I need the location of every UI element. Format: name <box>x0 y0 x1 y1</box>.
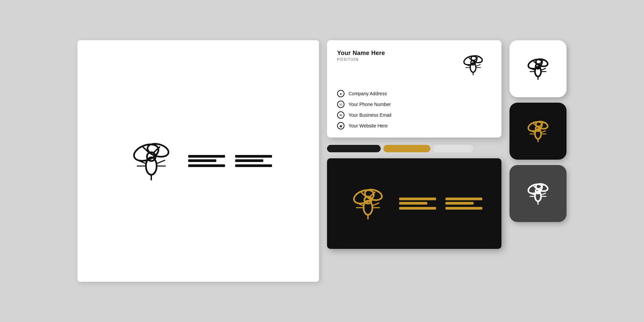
color-tab-black[interactable] <box>327 145 381 152</box>
letter-e-2-dark <box>445 198 482 210</box>
contact-item-phone: ☏ Your Phone Number <box>337 101 491 108</box>
card-bee-logo <box>454 50 491 80</box>
thumbnails-panel <box>509 40 567 222</box>
contact-item-email: ✉ Your Business Email <box>337 111 491 119</box>
contact-item-website: ◉ Your Website Here <box>337 122 491 129</box>
color-tab-gold[interactable] <box>383 145 430 152</box>
card-name: Your Name Here <box>337 50 385 57</box>
bee-icon-dark-gold <box>346 182 390 225</box>
card-position: POSITION <box>337 57 385 61</box>
bee-icon-thumb-black <box>523 54 553 84</box>
middle-section: Your Name Here POSITION <box>327 40 501 249</box>
svg-line-20 <box>476 64 480 66</box>
bee-icon-thumb-white <box>523 178 553 209</box>
svg-line-31 <box>372 203 379 206</box>
logo-preview-inner <box>124 134 272 188</box>
contact-item-address: ● Company Address <box>337 90 491 97</box>
thumbnail-black <box>509 103 567 160</box>
letter-e-1-dark <box>399 198 436 210</box>
phone-icon: ☏ <box>337 101 344 108</box>
svg-line-64 <box>541 193 545 195</box>
bee-icon-card-black <box>457 51 489 79</box>
email-text: Your Business Email <box>348 112 391 118</box>
main-container: Your Name Here POSITION <box>67 30 577 292</box>
phone-text: Your Phone Number <box>348 102 391 107</box>
svg-line-42 <box>541 68 545 70</box>
color-tab-white[interactable] <box>433 145 473 152</box>
business-card-white: Your Name Here POSITION <box>327 40 501 138</box>
letter-e-1-large <box>188 155 225 167</box>
thumbnail-white <box>509 40 567 97</box>
letter-e-2-large <box>235 155 272 167</box>
location-icon: ● <box>337 90 344 97</box>
svg-line-53 <box>541 131 545 133</box>
logo-preview-panel <box>77 40 319 282</box>
svg-line-9 <box>156 160 165 164</box>
color-tabs <box>327 145 501 152</box>
card-contact-list: ● Company Address ☏ Your Phone Number ✉ … <box>337 90 491 129</box>
thumbnail-dark <box>509 165 567 222</box>
dark-logo-inner <box>346 182 482 225</box>
bee-icon-large-black <box>124 134 178 188</box>
address-text: Company Address <box>348 91 387 96</box>
bee-icon-thumb-gold <box>523 116 553 146</box>
business-card-dark <box>327 158 501 249</box>
website-text: Your Website Here <box>348 123 388 128</box>
email-icon: ✉ <box>337 111 344 119</box>
card-top: Your Name Here POSITION <box>337 50 491 80</box>
card-name-area: Your Name Here POSITION <box>337 50 385 61</box>
globe-icon: ◉ <box>337 122 344 129</box>
